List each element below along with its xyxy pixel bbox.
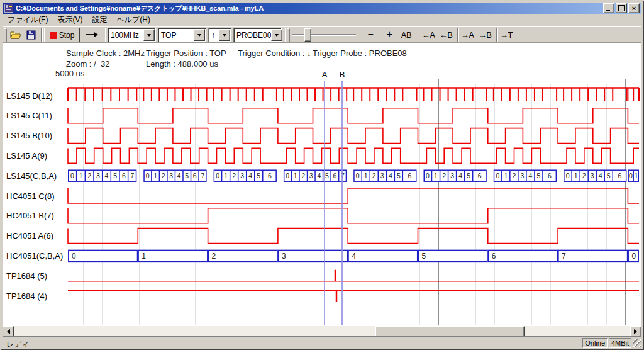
status-ready: レディ bbox=[6, 339, 30, 350]
channel-label: LS145 D(12) bbox=[6, 91, 53, 101]
svg-text:3: 3 bbox=[450, 172, 454, 179]
svg-text:5: 5 bbox=[607, 172, 611, 179]
svg-text:6: 6 bbox=[122, 172, 126, 179]
svg-text:0: 0 bbox=[566, 172, 570, 179]
cursor-label: A bbox=[322, 70, 328, 79]
svg-text:2: 2 bbox=[372, 172, 376, 179]
svg-text:7: 7 bbox=[131, 172, 135, 179]
horizontal-scrollbar[interactable] bbox=[3, 326, 641, 336]
channel-ls145-c-11-: LS145 C(11) bbox=[6, 108, 639, 123]
svg-text:6: 6 bbox=[478, 172, 482, 179]
svg-text:3: 3 bbox=[591, 172, 594, 179]
scroll-right-icon bbox=[634, 329, 640, 334]
svg-text:1: 1 bbox=[364, 172, 368, 179]
channel-tp1684-4-: TP1684 (4) bbox=[6, 291, 639, 302]
svg-text:7: 7 bbox=[341, 172, 345, 179]
svg-text:4: 4 bbox=[317, 172, 321, 179]
scroll-right-button[interactable] bbox=[630, 326, 641, 337]
svg-text:0: 0 bbox=[146, 172, 150, 179]
svg-text:6: 6 bbox=[333, 172, 336, 179]
status-online: Online bbox=[582, 338, 608, 348]
svg-text:2: 2 bbox=[512, 172, 516, 179]
svg-text:3: 3 bbox=[282, 252, 286, 261]
svg-text:3: 3 bbox=[309, 172, 313, 179]
app-window: { "window": { "title": "C:¥Documents and… bbox=[0, 0, 644, 350]
svg-text:5: 5 bbox=[185, 172, 189, 179]
svg-text:4: 4 bbox=[352, 252, 356, 261]
scroll-left-icon bbox=[4, 329, 10, 334]
channel-tp1684-5-: TP1684 (5) bbox=[6, 270, 639, 281]
waveform-plot: LS145 D(12)LS145 C(11)LS145 B(10)LS145 A… bbox=[0, 0, 644, 350]
channel-ls145-b-10-: LS145 B(10) bbox=[6, 128, 639, 144]
svg-text:0: 0 bbox=[70, 172, 74, 179]
svg-text:1: 1 bbox=[294, 172, 297, 179]
channel-label: HC4051(C,B,A) bbox=[6, 251, 63, 261]
channel-label: LS145 A(9) bbox=[6, 151, 47, 161]
svg-text:0: 0 bbox=[216, 172, 219, 179]
svg-text:5: 5 bbox=[113, 172, 117, 179]
svg-text:2: 2 bbox=[301, 172, 305, 179]
svg-text:0: 0 bbox=[72, 252, 76, 261]
svg-text:3: 3 bbox=[96, 172, 100, 179]
channel-label: LS145 B(10) bbox=[6, 131, 52, 140]
svg-text:2: 2 bbox=[582, 172, 586, 179]
status-bar: レディ Online 4MBit bbox=[3, 337, 641, 348]
svg-text:1: 1 bbox=[142, 252, 146, 261]
svg-text:4: 4 bbox=[528, 172, 532, 179]
channel-hc4051-c-b-a-: HC4051(C,B,A)012345670 bbox=[6, 250, 638, 261]
svg-text:0: 0 bbox=[286, 172, 289, 179]
svg-text:0: 0 bbox=[631, 252, 636, 261]
svg-text:1: 1 bbox=[434, 172, 438, 179]
channel-label: TP1684 (5) bbox=[6, 271, 47, 281]
channel-ls145-a-9-: LS145 A(9) bbox=[6, 148, 639, 163]
svg-text:1: 1 bbox=[574, 172, 578, 179]
svg-text:5: 5 bbox=[257, 172, 260, 179]
svg-text:5: 5 bbox=[397, 172, 401, 179]
channel-ls145-d-12-: LS145 D(12) bbox=[6, 88, 639, 101]
channel-label: TP1684 (4) bbox=[6, 291, 47, 301]
svg-text:2: 2 bbox=[212, 252, 216, 261]
svg-text:4: 4 bbox=[458, 172, 462, 179]
svg-text:1: 1 bbox=[224, 172, 228, 179]
svg-text:0: 0 bbox=[356, 172, 360, 179]
channel-label: HC4051 B(7) bbox=[6, 211, 54, 220]
svg-text:2: 2 bbox=[442, 172, 446, 179]
channel-hc4051-c-8-: HC4051 C(8) bbox=[6, 188, 639, 203]
svg-text:6: 6 bbox=[492, 252, 496, 261]
svg-text:5: 5 bbox=[467, 172, 470, 179]
cursor-label: B bbox=[340, 70, 345, 79]
status-memory: 4MBit bbox=[609, 338, 631, 348]
svg-text:3: 3 bbox=[169, 172, 173, 179]
channel-hc4051-a-6-: HC4051 A(6) bbox=[6, 229, 639, 244]
svg-text:6: 6 bbox=[548, 172, 552, 179]
channel-label: LS145 C(11) bbox=[6, 111, 52, 120]
svg-text:3: 3 bbox=[240, 172, 244, 179]
svg-text:0: 0 bbox=[426, 172, 430, 179]
svg-text:2: 2 bbox=[232, 172, 236, 179]
channel-ls145-c-b-a-: LS145(C,B,A)0123456701234567012345601234… bbox=[6, 170, 638, 181]
svg-text:6: 6 bbox=[408, 172, 412, 179]
channel-label: HC4051 C(8) bbox=[6, 191, 55, 201]
svg-text:4: 4 bbox=[248, 172, 252, 179]
svg-text:4: 4 bbox=[389, 172, 392, 179]
svg-text:0: 0 bbox=[629, 172, 633, 179]
channel-hc4051-b-7-: HC4051 B(7) bbox=[6, 208, 639, 223]
svg-text:7: 7 bbox=[562, 252, 566, 261]
svg-text:1: 1 bbox=[79, 172, 83, 179]
channel-label: LS145(C,B,A) bbox=[6, 171, 57, 181]
svg-text:4: 4 bbox=[599, 172, 602, 179]
resize-grip[interactable] bbox=[633, 339, 641, 347]
svg-text:4: 4 bbox=[177, 172, 181, 179]
svg-text:3: 3 bbox=[520, 172, 524, 179]
svg-text:0: 0 bbox=[496, 172, 499, 179]
svg-text:6: 6 bbox=[268, 172, 272, 179]
svg-text:5: 5 bbox=[537, 172, 541, 179]
scroll-thumb[interactable] bbox=[375, 326, 525, 337]
svg-text:1: 1 bbox=[504, 172, 508, 179]
svg-text:2: 2 bbox=[162, 172, 165, 179]
svg-text:5: 5 bbox=[422, 252, 426, 261]
svg-text:5: 5 bbox=[325, 172, 329, 179]
scroll-left-button[interactable] bbox=[3, 326, 14, 337]
svg-text:4: 4 bbox=[105, 172, 109, 179]
channel-label: HC4051 A(6) bbox=[6, 231, 53, 240]
